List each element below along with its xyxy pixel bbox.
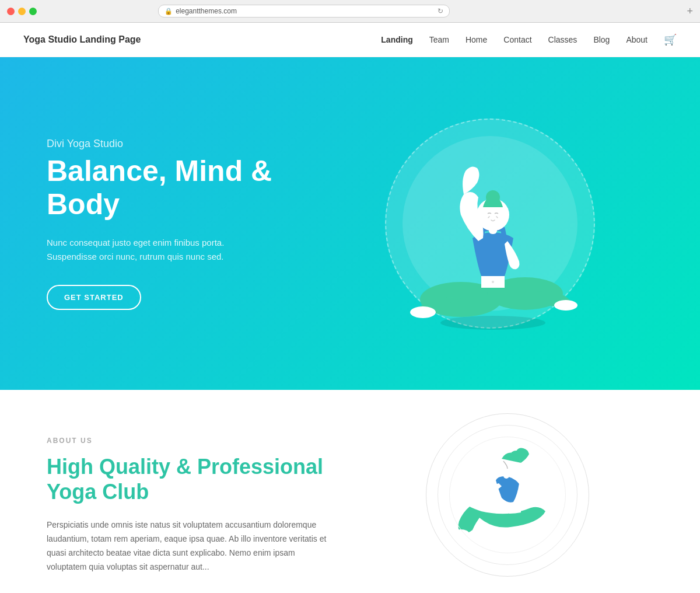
- hero-illustration: [327, 113, 653, 334]
- nav-item-contact[interactable]: Contact: [503, 35, 531, 44]
- about-content: ABOUT US High Quality & Professional Yog…: [47, 437, 327, 574]
- about-description: Perspiciatis unde omnis iste natus sit v…: [47, 518, 327, 574]
- traffic-lights: [7, 8, 37, 15]
- refresh-icon[interactable]: ↻: [438, 7, 443, 15]
- cart-icon[interactable]: 🛒: [664, 34, 677, 46]
- close-button[interactable]: [7, 8, 15, 15]
- new-tab-button[interactable]: +: [687, 5, 693, 18]
- about-section: ABOUT US High Quality & Professional Yog…: [0, 390, 700, 593]
- nav-item-about[interactable]: About: [626, 35, 648, 44]
- browser-chrome: 🔒 elegantthemes.com ↻ +: [0, 0, 700, 23]
- website: Yoga Studio Landing Page Landing Team Ho…: [0, 23, 700, 593]
- about-illustration: [362, 437, 653, 553]
- get-started-button[interactable]: GET STARTED: [47, 285, 141, 310]
- minimize-button[interactable]: [18, 8, 26, 15]
- svg-point-0: [440, 316, 545, 330]
- hero-subtitle: Divi Yoga Studio: [47, 138, 327, 150]
- nav-item-team[interactable]: Team: [429, 35, 449, 44]
- svg-point-5: [486, 190, 500, 204]
- about-title: High Quality & Professional Yoga Club: [47, 454, 327, 504]
- nav-item-blog[interactable]: Blog: [593, 35, 610, 44]
- hero-title: Balance, Mind & Body: [47, 155, 327, 222]
- url-text: elegantthemes.com: [176, 7, 237, 15]
- svg-point-9: [410, 306, 436, 318]
- circle-deco-3: [449, 437, 566, 553]
- maximize-button[interactable]: [29, 8, 37, 15]
- nav-item-landing[interactable]: Landing: [381, 35, 412, 44]
- navbar: Yoga Studio Landing Page Landing Team Ho…: [0, 23, 700, 57]
- yoga-figure-seated: [391, 113, 589, 334]
- nav-links: Landing Team Home Contact Classes Blog A…: [381, 33, 677, 46]
- about-label: ABOUT US: [47, 437, 327, 445]
- nav-item-home[interactable]: Home: [466, 35, 487, 44]
- hero-description: Nunc consequat justo eget enim finibus p…: [47, 236, 327, 264]
- hero-section: Divi Yoga Studio Balance, Mind & Body Nu…: [0, 57, 700, 390]
- site-logo[interactable]: Yoga Studio Landing Page: [23, 34, 141, 45]
- svg-point-10: [554, 300, 578, 311]
- lock-icon: 🔒: [164, 8, 173, 15]
- nav-item-classes[interactable]: Classes: [548, 35, 578, 44]
- address-bar[interactable]: 🔒 elegantthemes.com ↻: [158, 5, 450, 18]
- hero-content: Divi Yoga Studio Balance, Mind & Body Nu…: [47, 138, 327, 310]
- svg-point-8: [492, 281, 494, 283]
